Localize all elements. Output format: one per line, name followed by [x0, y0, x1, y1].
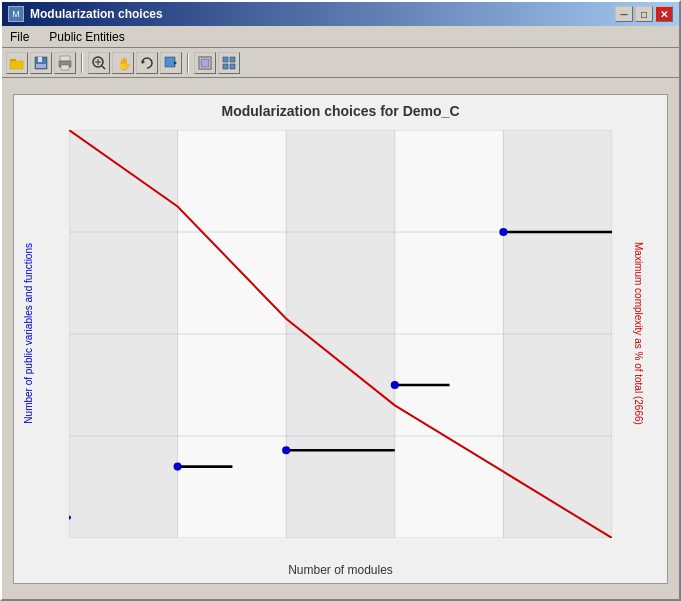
title-bar: M Modularization choices ─ □ ✕ [2, 2, 679, 26]
x-axis-label: Number of modules [288, 563, 393, 577]
maximize-button[interactable]: □ [635, 6, 653, 22]
minimize-button[interactable]: ─ [615, 6, 633, 22]
toolbar-sep-2 [187, 53, 189, 73]
svg-rect-18 [223, 57, 228, 62]
menu-bar: File Public Entities [2, 26, 679, 48]
svg-marker-13 [142, 60, 145, 64]
svg-rect-1 [10, 61, 23, 69]
svg-marker-15 [174, 61, 177, 65]
svg-rect-14 [165, 57, 175, 67]
menu-file[interactable]: File [6, 29, 33, 45]
svg-rect-5 [60, 56, 70, 61]
y-axis-right-label: Maximum complexity as % of total (2666) [632, 242, 644, 425]
window-title: Modularization choices [30, 7, 163, 21]
title-bar-left: M Modularization choices [8, 6, 163, 22]
toolbar-open[interactable] [6, 52, 28, 74]
svg-rect-21 [230, 64, 235, 69]
svg-rect-7 [61, 65, 69, 70]
toolbar-undo[interactable] [136, 52, 158, 74]
toolbar-zoom-in[interactable] [88, 52, 110, 74]
svg-rect-4 [36, 64, 46, 68]
svg-point-45 [499, 227, 507, 235]
chart-area: Modularization choices for Demo_C Number… [2, 78, 679, 599]
toolbar-view1[interactable] [194, 52, 216, 74]
chart-container: Modularization choices for Demo_C Number… [13, 94, 668, 584]
svg-rect-3 [38, 57, 42, 62]
svg-rect-20 [223, 64, 228, 69]
close-button[interactable]: ✕ [655, 6, 673, 22]
svg-point-41 [282, 446, 290, 454]
y-axis-left-label: Number of public variables and functions [23, 243, 35, 424]
toolbar-sep-1 [81, 53, 83, 73]
toolbar-pan[interactable]: ✋ [112, 52, 134, 74]
svg-rect-17 [201, 59, 209, 67]
main-window: M Modularization choices ─ □ ✕ File Publ… [0, 0, 681, 601]
svg-point-39 [174, 462, 182, 470]
toolbar: ✋ [2, 48, 679, 78]
svg-text:✋: ✋ [117, 56, 131, 71]
toolbar-export[interactable] [160, 52, 182, 74]
toolbar-view2[interactable] [218, 52, 240, 74]
svg-line-9 [102, 66, 105, 69]
svg-point-43 [391, 380, 399, 388]
chart-title: Modularization choices for Demo_C [14, 95, 667, 123]
svg-rect-19 [230, 57, 235, 62]
app-icon: M [8, 6, 24, 22]
chart-svg: 0 5 10 15 20 1 2 3 4 5 6 100 % 50 % 0 % [69, 130, 612, 538]
title-buttons: ─ □ ✕ [615, 6, 673, 22]
svg-rect-0 [10, 59, 16, 61]
toolbar-print[interactable] [54, 52, 76, 74]
menu-public-entities[interactable]: Public Entities [45, 29, 128, 45]
toolbar-save[interactable] [30, 52, 52, 74]
